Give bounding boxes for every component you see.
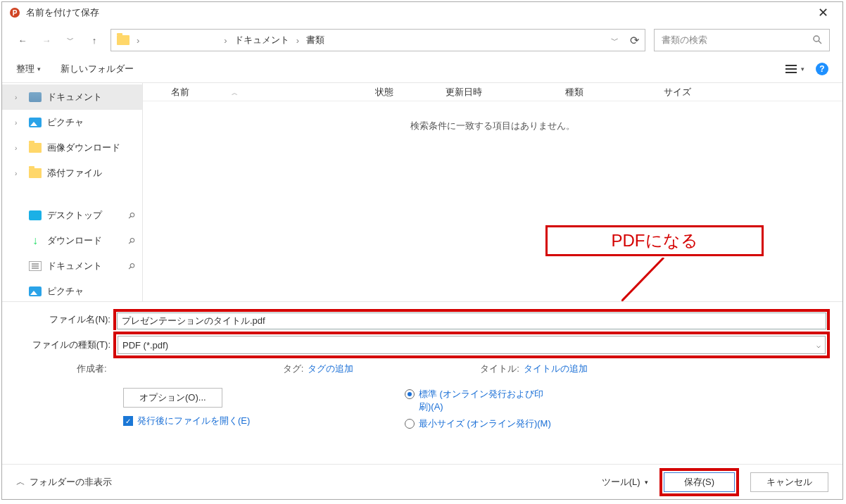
search-input[interactable]: 書類の検索: [654, 29, 830, 51]
window-title: 名前を付けて保存: [26, 6, 99, 19]
checkbox-checked-icon: ✓: [123, 416, 133, 426]
tree-item-downloads[interactable]: › ↓ ダウンロード ⚲: [2, 228, 142, 253]
tree-item-desktop[interactable]: › デスクトップ ⚲: [2, 203, 142, 228]
pin-icon: ⚲: [126, 235, 137, 246]
radio-off-icon: [405, 419, 415, 429]
organize-button[interactable]: 整理▾: [16, 63, 41, 75]
tree-item-attachments[interactable]: › 添付ファイル: [2, 160, 142, 186]
chevron-right-icon[interactable]: ›: [15, 94, 23, 101]
filename-input[interactable]: プレゼンテーションのタイトル.pdf: [117, 313, 826, 329]
tree-item-documents[interactable]: › ドキュメント: [2, 84, 142, 110]
svg-line-7: [621, 258, 664, 301]
radio-minimum[interactable]: 最小サイズ (オンライン発行)(M): [405, 417, 553, 430]
recent-dropdown[interactable]: ﹀: [63, 32, 78, 48]
svg-text:P: P: [13, 9, 18, 17]
pin-icon: ⚲: [126, 210, 137, 221]
author-label: 作成者:: [77, 363, 107, 375]
address-bar[interactable]: › › ドキュメント › 書類 ﹀ ⟳: [111, 29, 645, 51]
svg-line-3: [819, 41, 821, 44]
filetype-label: ファイルの種類(T):: [18, 339, 116, 351]
radio-on-icon: [405, 389, 415, 399]
open-after-checkbox[interactable]: ✓ 発行後にファイルを開く(E): [123, 415, 306, 427]
pictures-icon: [29, 118, 42, 127]
close-icon[interactable]: ✕: [811, 4, 835, 22]
tree-item-documents-quick[interactable]: › ドキュメント ⚲: [2, 253, 142, 279]
search-placeholder: 書類の検索: [662, 34, 707, 46]
filename-label: ファイル名(N):: [18, 313, 116, 326]
hide-folders-button[interactable]: ︿ フォルダーの非表示: [16, 476, 112, 489]
tree-item-pictures-quick[interactable]: › ピクチャ: [2, 279, 142, 301]
tag-label: タグ:: [283, 363, 304, 375]
column-date[interactable]: 更新日時: [438, 86, 558, 99]
tools-button[interactable]: ツール(L) ▾: [602, 476, 648, 489]
filetype-combo[interactable]: PDF (*.pdf) ⌵: [118, 336, 826, 354]
save-button[interactable]: 保存(S): [664, 472, 735, 492]
pin-icon: ⚲: [126, 260, 137, 272]
folder-icon: [29, 143, 42, 153]
refresh-icon[interactable]: ⟳: [630, 34, 639, 47]
tree-item-pictures[interactable]: › ピクチャ: [2, 110, 142, 135]
desktop-icon: [29, 210, 42, 220]
tag-value[interactable]: タグの追加: [308, 363, 353, 375]
pictures-icon: [29, 286, 42, 296]
annotation-callout: PDFになる: [545, 225, 764, 256]
documents-icon: [29, 92, 42, 102]
radio-standard[interactable]: 標準 (オンライン発行および印刷)(A): [405, 388, 553, 413]
search-icon: [812, 34, 822, 46]
options-button[interactable]: オプション(O)...: [123, 388, 222, 408]
forward-button[interactable]: →: [39, 32, 54, 48]
breadcrumb-item[interactable]: 書類: [306, 34, 324, 46]
column-kind[interactable]: 種類: [558, 86, 657, 99]
cancel-button[interactable]: キャンセル: [750, 472, 828, 492]
powerpoint-icon: P: [9, 7, 20, 18]
help-icon[interactable]: ?: [816, 63, 828, 75]
column-name[interactable]: 名前︿: [143, 86, 368, 99]
column-headers: 名前︿ 状態 更新日時 種類 サイズ: [143, 83, 842, 101]
title-value[interactable]: タイトルの追加: [524, 363, 588, 375]
svg-point-2: [814, 36, 819, 42]
empty-message: 検索条件に一致する項目はありません。: [143, 120, 842, 132]
new-folder-button[interactable]: 新しいフォルダー: [61, 63, 134, 75]
sort-indicator-icon: ︿: [232, 89, 238, 96]
breadcrumb-item[interactable]: ドキュメント: [234, 34, 289, 46]
folder-icon: [29, 168, 42, 178]
view-mode-button[interactable]: ▾: [785, 64, 804, 74]
tree-item-image-download[interactable]: › 画像ダウンロード: [2, 135, 142, 160]
chevron-down-icon: ⌵: [816, 341, 821, 349]
column-size[interactable]: サイズ: [657, 86, 713, 99]
chevron-down-icon[interactable]: ﹀: [611, 35, 619, 46]
chevron-up-icon: ︿: [16, 476, 25, 489]
download-icon: ↓: [29, 236, 42, 246]
back-button[interactable]: ←: [15, 32, 30, 48]
document-icon: [29, 261, 42, 271]
annotation-highlight-save: 保存(S): [659, 468, 739, 496]
title-label: タイトル:: [480, 363, 519, 375]
up-button[interactable]: ↑: [87, 32, 102, 48]
folder-icon: [117, 35, 130, 45]
column-state[interactable]: 状態: [368, 86, 438, 99]
annotation-leader-line: [621, 258, 678, 301]
folder-tree: › ドキュメント › ピクチャ › 画像ダウンロード › 添付ファイル: [2, 83, 143, 301]
